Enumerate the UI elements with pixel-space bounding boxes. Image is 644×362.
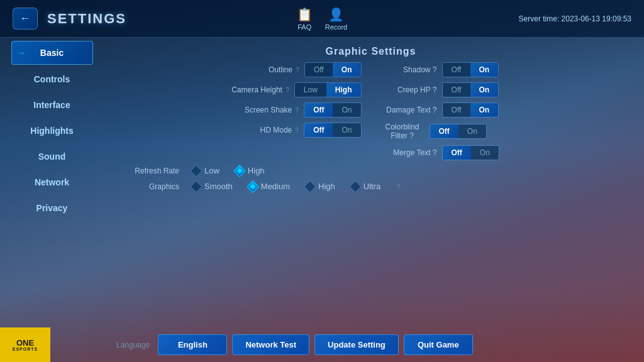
record-button[interactable]: 👤 Record: [325, 7, 347, 31]
refresh-low-diamond: [190, 165, 203, 177]
colorblind-on-btn[interactable]: On: [458, 124, 486, 138]
shadow-toggle: Off On: [442, 62, 499, 77]
merge-on-btn[interactable]: On: [471, 146, 499, 160]
colorblind-setting: ColorblindFilter ? Off On: [380, 123, 487, 140]
outline-off-btn[interactable]: Off: [305, 63, 333, 77]
graphics-high-diamond: [304, 180, 316, 193]
refresh-rate-options: Low High: [192, 166, 265, 175]
merge-text-setting: Merge Text ? Off On: [380, 145, 499, 160]
logo-text-one: ONE: [16, 339, 34, 347]
camera-height-label: Camera Height ?: [231, 85, 289, 94]
back-button[interactable]: ←: [13, 8, 38, 30]
server-time: Server time: 2023-06-13 19:09:53: [519, 14, 631, 23]
merge-text-label: Merge Text ?: [380, 148, 437, 157]
creep-hp-label: Creep HP ?: [380, 85, 437, 94]
creep-on-btn[interactable]: On: [470, 83, 499, 97]
merge-text-toggle: Off On: [442, 145, 499, 160]
graphics-smooth-label: Smooth: [204, 182, 233, 191]
sidebar-item-highlights[interactable]: Highlights: [11, 119, 93, 142]
sidebar-item-controls[interactable]: Controls: [11, 68, 93, 90]
shadow-label: Shadow ?: [380, 65, 437, 74]
outline-setting: Outline ? Off On: [243, 62, 362, 77]
damage-off-btn[interactable]: Off: [443, 103, 470, 117]
refresh-high-diamond: [233, 165, 246, 177]
screen-shake-label: Screen Shake ?: [242, 106, 299, 114]
graphics-options: Smooth Medium High Ultra ?: [192, 182, 400, 191]
camera-help: ?: [286, 87, 289, 94]
graphics-medium-option[interactable]: Medium: [248, 182, 290, 191]
screen-shake-toggle: Off On: [304, 102, 361, 118]
graphics-medium-label: Medium: [261, 182, 290, 191]
shadow-off-btn[interactable]: Off: [443, 63, 470, 77]
hd-mode-toggle: Off On: [304, 123, 361, 138]
one-esports-logo: ONE ESPORTS: [0, 327, 50, 362]
refresh-low-option[interactable]: Low: [192, 166, 219, 175]
creep-hp-setting: Creep HP ? Off On: [380, 82, 499, 97]
outline-label: Outline ?: [243, 65, 299, 74]
shadow-setting: Shadow ? Off On: [380, 62, 499, 77]
graphics-high-label: High: [318, 182, 335, 191]
graphics-high-option[interactable]: High: [306, 182, 335, 191]
hd-mode-label: HD Mode ?: [242, 126, 299, 134]
colorblind-label: ColorblindFilter ?: [380, 123, 425, 140]
sidebar-item-network[interactable]: Network: [11, 171, 93, 194]
sidebar-item-privacy[interactable]: Privacy: [11, 197, 93, 219]
shadow-on-btn[interactable]: On: [470, 63, 499, 77]
top-center-icons: 📋 FAQ 👤 Record: [297, 7, 347, 31]
top-bar: ← SETTINGS 📋 FAQ 👤 Record Server time: 2…: [0, 0, 644, 38]
graphics-ultra-diamond: [349, 180, 362, 193]
record-icon: 👤: [328, 7, 344, 22]
main-content: Graphic Settings Outline ? Off On Camera…: [104, 0, 644, 362]
hd-mode-setting: HD Mode ? Off On: [242, 123, 361, 138]
outline-toggle: Off On: [304, 62, 362, 77]
graphics-medium-diamond: [247, 180, 259, 193]
damage-text-toggle: Off On: [442, 102, 499, 118]
refresh-low-label: Low: [204, 166, 219, 175]
refresh-high-label: High: [248, 166, 265, 175]
refresh-rate-label: Refresh Rate: [129, 167, 179, 175]
damage-text-setting: Damage Text ? Off On: [380, 102, 499, 118]
graphics-smooth-option[interactable]: Smooth: [192, 182, 233, 191]
graphics-help: ?: [396, 183, 400, 190]
section-title: Graphic Settings: [110, 41, 631, 62]
damage-text-label: Damage Text ?: [380, 106, 437, 114]
camera-height-setting: Camera Height ? Low High: [231, 82, 361, 97]
page-title: SETTINGS: [47, 11, 126, 27]
sidebar: Basic Controls Interface Highlights Soun…: [0, 0, 104, 362]
hd-off-btn[interactable]: Off: [304, 123, 333, 137]
graphics-ultra-option[interactable]: Ultra: [351, 182, 380, 191]
faq-button[interactable]: 📋 FAQ: [297, 7, 313, 31]
shake-help: ?: [296, 107, 299, 114]
creep-hp-toggle: Off On: [442, 82, 499, 97]
graphics-label: Graphics: [129, 182, 179, 191]
logo-text-esports: ESPORTS: [13, 347, 38, 351]
colorblind-off-btn[interactable]: Off: [430, 124, 458, 138]
merge-off-btn[interactable]: Off: [443, 146, 471, 160]
refresh-rate-row: Refresh Rate Low High: [110, 163, 631, 178]
outline-help: ?: [296, 67, 299, 74]
hd-help: ?: [296, 127, 299, 134]
camera-low-btn[interactable]: Low: [295, 83, 326, 97]
shake-off-btn[interactable]: Off: [304, 103, 333, 117]
graphics-row: Graphics Smooth Medium High Ultra: [110, 178, 631, 194]
camera-high-btn[interactable]: High: [326, 83, 361, 97]
damage-on-btn[interactable]: On: [470, 103, 499, 117]
camera-height-toggle: Low High: [294, 82, 362, 97]
refresh-high-option[interactable]: High: [235, 166, 265, 175]
sidebar-item-basic[interactable]: Basic: [11, 41, 93, 65]
hd-on-btn[interactable]: On: [333, 123, 360, 137]
graphics-smooth-diamond: [190, 180, 203, 193]
sidebar-item-sound[interactable]: Sound: [11, 145, 93, 168]
colorblind-toggle: Off On: [430, 124, 487, 139]
sidebar-item-interface[interactable]: Interface: [11, 94, 93, 116]
graphics-ultra-label: Ultra: [364, 182, 380, 191]
shake-on-btn[interactable]: On: [333, 103, 360, 117]
screen-shake-setting: Screen Shake ? Off On: [242, 102, 361, 118]
outline-on-btn[interactable]: On: [333, 63, 361, 77]
faq-icon: 📋: [297, 7, 313, 22]
creep-off-btn[interactable]: Off: [443, 83, 470, 97]
